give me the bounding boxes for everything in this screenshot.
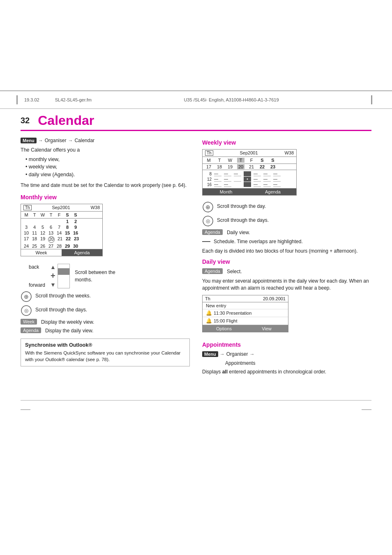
header-file: SL42-SL45-ger.fm (55, 97, 92, 102)
new-entry: New entry (203, 302, 288, 309)
arrow2: → (68, 138, 73, 143)
header-right (371, 95, 376, 104)
bullet-1: monthly view, (25, 156, 190, 164)
weekly-row-8: 8 — — — — — — (205, 171, 294, 176)
appointment-2: 🔔 15:00 Flight (203, 317, 288, 325)
agenda-view-desc: Display the daily view. (45, 327, 93, 334)
appointments-heading: Appointments (202, 341, 371, 348)
cal-row-0: 1 2 (21, 219, 102, 224)
footer-bar: — — (21, 400, 371, 415)
appointment-1: 🔔 11:30 Presentation (203, 309, 288, 317)
arrow1: → (38, 138, 43, 143)
appointments-menu-path: Menu → Organiser → (202, 351, 371, 357)
monthly-view-heading: Monthly view (21, 194, 190, 200)
sync-text: With the Siemens QuickSync software you … (25, 350, 185, 363)
agenda-tag-right[interactable]: Agenda (202, 229, 223, 235)
daily-view-heading: Daily view (202, 258, 371, 265)
week-view-desc: Display the weekly view. (41, 319, 94, 326)
page-title: Calendar (38, 113, 94, 128)
cal-tag: Th (23, 205, 32, 210)
arrow-col: ▲ + ▼ (50, 264, 56, 288)
nav-cross-icon: + (51, 271, 55, 281)
back-label: back (29, 264, 39, 270)
agenda-tag[interactable]: Agenda (21, 327, 41, 333)
weekly-month: Sep2001 (240, 150, 258, 156)
scroll-weeks-desc: Scroll through the weeks. (35, 291, 91, 299)
right-column: Weekly view Th Sep2001 W38 M T W T F S (202, 138, 371, 375)
label-pair: back forward (29, 264, 45, 288)
cal-weekdays: M T W T F S S (21, 212, 102, 219)
daily-date: 20.09.2001 (263, 296, 286, 301)
sync-title: Synchronise with Outlook® (25, 342, 185, 348)
weekly-body: 8 — — — — — — 12 (203, 170, 296, 188)
week-button[interactable]: Week (21, 249, 62, 256)
appointments-organiser: Organiser (226, 351, 248, 357)
options-button[interactable]: Options (203, 325, 245, 332)
weekly-days: M T W T F S S (203, 157, 296, 164)
header-left: 19.3.02 SL42-SL45-ger.fm (16, 95, 92, 104)
page-container: 19.3.02 SL42-SL45-ger.fm U35 /SL45i· Eng… (0, 90, 392, 555)
scroll-weeks-row: ⊕ Scroll through the weeks. (21, 291, 190, 302)
weekly-cal-tag: Th (205, 150, 213, 156)
two-column-layout: Menu → Organiser → Calendar The Calendar… (21, 138, 371, 375)
header-vert-bar (16, 95, 18, 104)
agenda-button-monthly[interactable]: Agenda (62, 249, 102, 256)
weekly-week: W38 (284, 150, 294, 156)
intro-text: The Calendar offers you a (21, 147, 190, 154)
menu-tag: Menu (21, 138, 37, 143)
weekly-scroll-day-row: ⊕ Scroll through the day. (202, 201, 371, 213)
footer-left: — (21, 403, 30, 415)
scroll-days-icon: ◎ (21, 305, 32, 316)
page-number: 32 (21, 116, 30, 125)
daily-calendar: Th 20.09.2001 New entry 🔔 11:30 Presenta… (202, 295, 288, 332)
footer-corner-right: — (362, 403, 371, 415)
header-bar: 19.3.02 SL42-SL45-ger.fm U35 /SL45i· Eng… (0, 90, 392, 109)
weekly-header: Th Sep2001 W38 (203, 150, 296, 157)
appointments-arrow2: → (249, 351, 254, 357)
scroll-days-row: ◎ Scroll through the days. (21, 305, 190, 316)
view-button[interactable]: View (245, 325, 288, 332)
monthly-calendar: Th Sep2001 W38 M T W T F S S (21, 204, 103, 256)
block-desc: Each day is divided into two blocks of f… (202, 248, 371, 255)
daily-agenda-tag[interactable]: Agenda (202, 268, 223, 274)
bullet-3: daily view (Agenda). (25, 171, 190, 179)
appointments-desc: Displays all entered appointments in chr… (202, 368, 371, 375)
daily-footer: Options View (203, 325, 288, 332)
weekly-row-12: 12 — — ▪ — — — (205, 177, 294, 182)
scroll-days-desc: Scroll through the days. (35, 305, 87, 313)
cal-month: Sep2001 (52, 205, 70, 210)
daily-select-row: Agenda Select. (202, 268, 371, 275)
schedule-desc: Schedule. Time overlaps are highlighted. (214, 238, 303, 245)
highlight-day: T (237, 158, 244, 163)
svg-text:⊕: ⊕ (205, 204, 210, 210)
page-title-row: 32 Calendar (21, 113, 371, 131)
sync-box: Synchronise with Outlook® With the Sieme… (21, 339, 190, 366)
down-arrow-icon: ▼ (50, 281, 56, 288)
month-button[interactable]: Month (203, 189, 249, 195)
header-vert-bar-right (371, 95, 372, 104)
weekly-view-heading: Weekly view (202, 139, 371, 146)
daily-desc: You may enter several appointments in th… (202, 278, 371, 292)
svg-text:◎: ◎ (24, 308, 28, 313)
scroll-weeks-icon: ⊕ (21, 291, 32, 302)
page-content: 32 Calendar Menu → Organiser → Calendar … (0, 109, 392, 392)
menu-item-organiser: Organiser (45, 138, 67, 143)
appointments-bold-all: all (222, 369, 228, 375)
footer-right: — (362, 403, 371, 415)
menu-path-calendar: Menu → Organiser → Calendar (21, 138, 190, 143)
svg-text:◎: ◎ (206, 218, 210, 224)
schedule-dash-icon (202, 241, 210, 242)
week-tag[interactable]: Week (21, 319, 37, 325)
agenda-button-weekly[interactable]: Agenda (249, 189, 296, 195)
forward-label: forward (29, 282, 45, 288)
scroll-diagram: back forward ▲ + ▼ (29, 264, 190, 288)
scroll-day-desc: Scroll through the day. (217, 201, 266, 210)
bullet-list: monthly view, weekly view, daily view (A… (25, 156, 190, 179)
cal-row-4: 24 25 26 27 28 29 30 (21, 243, 102, 249)
cal-row-1: 3 4 5 6 7 8 9 (21, 224, 102, 230)
header-doc-id: U35 /SL45i· English, A31008-H4860-A1-3-7… (184, 97, 279, 102)
cal-week: W38 (90, 205, 100, 210)
footer-corner-left: — (21, 403, 30, 415)
weekly-scroll-days-row: ◎ Scroll through the days. (202, 215, 371, 227)
weekly-row-16: 16 — — — — — (205, 182, 294, 187)
